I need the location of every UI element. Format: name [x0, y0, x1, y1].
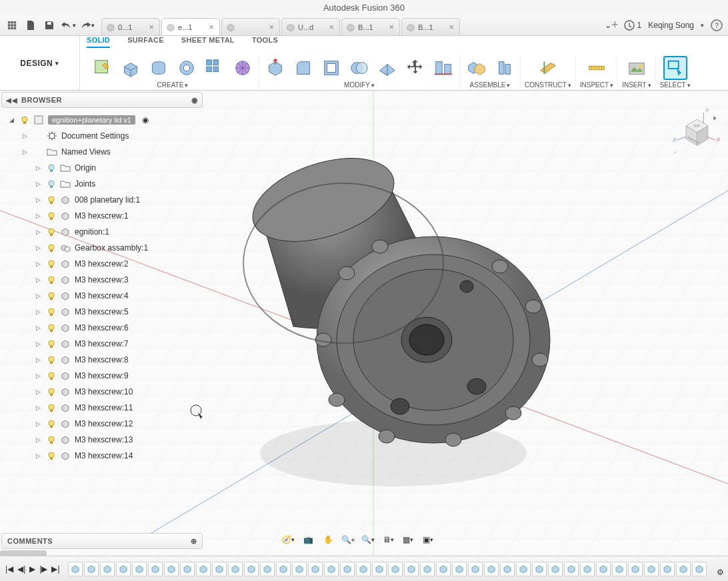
tree-row[interactable]: ▷M3 hexscrew:11	[4, 400, 203, 416]
timeline-end-icon[interactable]: ▶|	[51, 564, 59, 574]
new-tab-button[interactable]: +	[611, 18, 619, 32]
help-button[interactable]: ?	[711, 19, 723, 31]
expand-icon[interactable]: ▷	[36, 277, 43, 283]
shell-icon[interactable]	[319, 56, 343, 80]
group-create-label[interactable]: CREATE▾	[157, 81, 189, 89]
grid-settings-icon[interactable]: ▦▾	[400, 533, 416, 546]
timeline-feature[interactable]	[404, 562, 419, 576]
tree-row[interactable]: ▷egnition:1	[4, 224, 203, 240]
timeline-feature[interactable]	[276, 562, 291, 576]
collapse-browser-icon[interactable]: ◀◀	[6, 97, 17, 104]
lightbulb-on-icon[interactable]	[47, 451, 56, 460]
save-button[interactable]	[41, 17, 57, 33]
user-name[interactable]: Keqing Song	[648, 21, 694, 30]
timeline-feature[interactable]	[660, 562, 675, 576]
tree-row[interactable]: ▷M3 hexscrew:2	[4, 256, 203, 272]
extrude-icon[interactable]	[119, 56, 143, 80]
timeline-feature[interactable]	[116, 562, 131, 576]
lightbulb-on-icon[interactable]	[47, 371, 56, 380]
expand-icon[interactable]: ◢	[9, 117, 16, 123]
lightbulb-on-icon[interactable]	[47, 403, 56, 412]
tabs-overflow-button[interactable]: ⌄	[605, 21, 611, 30]
tree-row[interactable]: ▷M3 hexscrew:8	[4, 352, 203, 368]
group-assemble-label[interactable]: ASSEMBLE▾	[470, 81, 511, 89]
tree-row[interactable]: ▷Joints	[4, 176, 203, 192]
group-inspect-label[interactable]: INSPECT▾	[580, 81, 613, 89]
doc-tab-1[interactable]: e...1×	[161, 18, 220, 35]
expand-icon[interactable]: ▷	[36, 181, 43, 187]
close-tab-icon[interactable]: ×	[267, 22, 275, 32]
tree-root[interactable]: ◢ egnition+planetary lid v1 ◉	[4, 112, 203, 128]
timeline-feature[interactable]	[228, 562, 243, 576]
group-select-label[interactable]: SELECT▾	[660, 81, 691, 89]
select-icon[interactable]	[663, 56, 687, 80]
lightbulb-on-icon[interactable]	[47, 355, 56, 364]
tree-row[interactable]: ▷M3 hexscrew:6	[4, 320, 203, 336]
expand-icon[interactable]: ▷	[36, 436, 43, 443]
tree-row[interactable]: ▷M3 hexscrew:4	[4, 288, 203, 304]
expand-icon[interactable]: ▷	[36, 229, 43, 235]
lightbulb-off-icon[interactable]	[47, 163, 56, 173]
undo-button[interactable]: ▾	[60, 17, 76, 33]
expand-icon[interactable]: ▷	[36, 213, 43, 219]
timeline-feature[interactable]	[164, 562, 179, 576]
pan-icon[interactable]: ✋	[320, 533, 336, 546]
timeline-feature[interactable]	[468, 562, 483, 576]
lightbulb-on-icon[interactable]	[47, 275, 56, 285]
close-tab-icon[interactable]: ×	[387, 22, 395, 32]
expand-icon[interactable]: ▷	[36, 340, 43, 347]
timeline-feature[interactable]	[452, 562, 467, 576]
orbit-icon[interactable]: 🧭▾	[280, 533, 296, 546]
timeline-settings-icon[interactable]: ⚙	[717, 568, 724, 577]
timeline-feature[interactable]	[148, 562, 163, 576]
group-modify-label[interactable]: MODIFY▾	[344, 81, 375, 89]
lightbulb-on-icon[interactable]	[47, 227, 56, 237]
tree-row[interactable]: ▷M3 hexscrew:1	[4, 208, 203, 224]
doc-tab-5[interactable]: B...1×	[401, 18, 460, 35]
timeline-feature[interactable]	[212, 562, 227, 576]
tree-row[interactable]: ▷Gearbox assambly:1	[4, 240, 203, 256]
tree-row[interactable]: ▷M3 hexscrew:7	[4, 336, 203, 352]
tree-row[interactable]: ▷008 planetary lid:1	[4, 192, 203, 208]
timeline-feature[interactable]	[596, 562, 611, 576]
lightbulb-on-icon[interactable]	[47, 307, 56, 316]
tree-row[interactable]: ▷M3 hexscrew:14	[4, 448, 203, 464]
expand-icon[interactable]: ▷	[36, 292, 43, 299]
timeline-feature[interactable]	[84, 562, 99, 576]
lightbulb-on-icon[interactable]	[47, 419, 56, 428]
zoom-icon[interactable]: 🔍+	[340, 533, 356, 546]
move-icon[interactable]	[403, 56, 427, 80]
close-tab-icon[interactable]: ×	[447, 22, 455, 32]
close-tab-icon[interactable]: ×	[327, 22, 335, 32]
timeline-feature[interactable]	[180, 562, 195, 576]
expand-icon[interactable]: ▷	[36, 324, 43, 331]
tab-tools[interactable]: TOOLS	[252, 36, 278, 48]
timeline-feature[interactable]	[628, 562, 643, 576]
timeline-feature[interactable]	[292, 562, 307, 576]
timeline-feature[interactable]	[244, 562, 259, 576]
hole-icon[interactable]	[175, 56, 199, 80]
lightbulb-icon[interactable]	[20, 115, 29, 125]
group-construct-label[interactable]: CONSTRUCT▾	[525, 81, 571, 89]
tree-row[interactable]: ▷M3 hexscrew:9	[4, 368, 203, 384]
expand-icon[interactable]: ▷	[23, 133, 29, 139]
doc-tab-3[interactable]: U...d×	[281, 18, 340, 35]
lightbulb-on-icon[interactable]	[47, 291, 56, 300]
expand-icon[interactable]: ▷	[36, 308, 43, 315]
timeline-feature[interactable]	[100, 562, 115, 576]
timeline-feature[interactable]	[516, 562, 531, 576]
app-grid-button[interactable]	[4, 17, 20, 33]
expand-icon[interactable]: ▷	[36, 388, 43, 395]
expand-icon[interactable]: ▷	[36, 245, 43, 251]
form-icon[interactable]	[231, 56, 255, 80]
tab-surface[interactable]: SURFACE	[127, 36, 164, 48]
timeline-feature[interactable]	[372, 562, 387, 576]
timeline-feature[interactable]	[532, 562, 547, 576]
split-icon[interactable]	[375, 56, 399, 80]
timeline-strip[interactable]	[68, 562, 723, 576]
lightbulb-on-icon[interactable]	[47, 323, 56, 332]
zoom-window-icon[interactable]: 🔍▾	[360, 533, 376, 546]
close-tab-icon[interactable]: ×	[147, 22, 155, 32]
as-built-joint-icon[interactable]	[492, 56, 516, 80]
display-settings-icon[interactable]: 🖥▾	[380, 533, 396, 546]
